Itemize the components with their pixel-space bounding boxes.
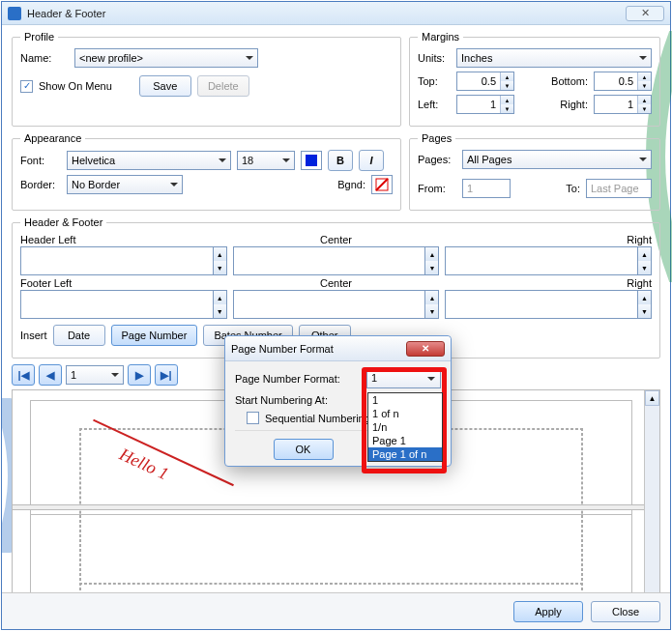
nav-next-button[interactable]: ▶ (128, 364, 151, 386)
bottom-label: Bottom: (551, 75, 588, 87)
dialog-ok-button[interactable]: OK (274, 439, 334, 460)
header-center-label: Center (233, 234, 440, 245)
profile-legend: Profile (20, 31, 58, 43)
from-label: From: (418, 183, 456, 194)
format-option[interactable]: 1/n (368, 420, 442, 434)
margins-group: Margins Units: Inches Top: ▲▼ Bottom: ▲▼… (409, 31, 660, 127)
appearance-legend: Appearance (20, 132, 85, 144)
header-right-input[interactable] (445, 246, 638, 275)
sequential-checkbox[interactable] (247, 412, 259, 424)
footer-left-label: Footer Left (20, 277, 227, 289)
header-left-input[interactable] (20, 246, 214, 275)
format-option[interactable]: 1 (368, 393, 442, 407)
to-label: To: (566, 183, 580, 194)
top-label: Top: (418, 75, 451, 87)
format-option[interactable]: Page 1 of n (368, 447, 442, 461)
italic-button[interactable]: I (359, 150, 384, 171)
profile-name-combo[interactable]: <new profile> (74, 48, 258, 68)
header-left-spin[interactable]: ▲▼ (214, 246, 227, 275)
bottom-bar: Apply Close (2, 592, 670, 629)
nav-last-button[interactable]: ▶| (155, 364, 178, 386)
border-combo[interactable]: No Border (67, 175, 183, 194)
close-button[interactable]: Close (591, 601, 660, 622)
insert-date-button[interactable]: Date (53, 325, 105, 346)
preview-scrollbar[interactable]: ▲▼ (644, 390, 659, 616)
no-fill-icon (375, 178, 389, 191)
pages-group: Pages Pages: All Pages From: To: (409, 132, 660, 211)
header-right-spin[interactable]: ▲▼ (638, 246, 652, 275)
window-title: Header & Footer (27, 8, 626, 19)
name-label: Name: (20, 52, 69, 64)
header-center-input[interactable] (233, 246, 426, 275)
left-label: Left: (418, 99, 451, 110)
color-swatch (306, 155, 317, 166)
footer-right-input[interactable] (445, 290, 638, 319)
dialog-close-button[interactable]: ✕ (406, 341, 445, 357)
format-label: Page Number Format: (235, 373, 361, 385)
pages-combo[interactable]: All Pages (462, 150, 652, 169)
save-button[interactable]: Save (139, 75, 191, 97)
titlebar: Header & Footer ✕ (2, 2, 670, 25)
insert-label: Insert (20, 330, 47, 341)
font-size-combo[interactable]: 18 (237, 151, 295, 170)
delete-button[interactable]: Delete (197, 75, 249, 97)
sequential-label: Sequential Numbering (265, 413, 370, 424)
footer-right-label: Right (445, 277, 652, 289)
right-spinner[interactable]: ▲▼ (594, 95, 652, 114)
start-label: Start Numbering At: (235, 394, 361, 406)
top-spinner[interactable]: ▲▼ (456, 72, 514, 91)
font-label: Font: (20, 155, 61, 166)
show-on-menu-checkbox[interactable] (20, 80, 33, 93)
font-combo[interactable]: Helvetica (67, 151, 231, 170)
pages-legend: Pages (418, 132, 455, 144)
appearance-group: Appearance Font: Helvetica 18 B I Border… (12, 132, 401, 211)
from-input (462, 179, 511, 198)
bold-button[interactable]: B (328, 150, 353, 171)
nav-first-button[interactable]: |◀ (12, 364, 35, 386)
margins-legend: Margins (418, 31, 463, 43)
header-center-spin[interactable]: ▲▼ (425, 246, 439, 275)
right-label: Right: (560, 99, 588, 110)
nav-page-combo[interactable]: 1 (66, 365, 124, 385)
footer-center-label: Center (233, 277, 440, 289)
bottom-spinner[interactable]: ▲▼ (594, 72, 652, 91)
format-combo[interactable]: 1 (366, 369, 441, 388)
pages-label: Pages: (418, 154, 456, 165)
footer-center-input[interactable] (233, 290, 426, 319)
units-combo[interactable]: Inches (456, 48, 652, 68)
footer-right-spin[interactable]: ▲▼ (638, 290, 652, 319)
footer-center-spin[interactable]: ▲▼ (425, 290, 439, 319)
nav-prev-button[interactable]: ◀ (39, 364, 62, 386)
dialog-titlebar: Page Number Format ✕ (225, 336, 451, 361)
to-input (586, 179, 652, 198)
dialog-title: Page Number Format (231, 343, 406, 355)
header-left-label: Header Left (20, 234, 227, 245)
bgnd-label: Bgnd: (337, 179, 365, 190)
footer-left-spin[interactable]: ▲▼ (214, 290, 227, 319)
footer-left-input[interactable] (20, 290, 214, 319)
format-option[interactable]: Page 1 (368, 434, 442, 447)
preview-text: Hello 1 (116, 445, 171, 485)
font-color-picker[interactable] (301, 151, 322, 170)
window-close-button[interactable]: ✕ (626, 6, 664, 21)
app-icon (8, 7, 21, 20)
apply-button[interactable]: Apply (513, 601, 583, 622)
left-spinner[interactable]: ▲▼ (456, 95, 514, 114)
header-right-label: Right (445, 234, 652, 245)
format-option[interactable]: 1 of n (368, 407, 442, 420)
format-dropdown[interactable]: 11 of n1/nPage 1Page 1 of n (367, 392, 443, 462)
profile-group: Profile Name: <new profile> Show On Menu… (12, 31, 401, 127)
border-label: Border: (20, 179, 61, 190)
units-label: Units: (418, 52, 451, 64)
hf-legend: Header & Footer (20, 216, 106, 228)
show-on-menu-label: Show On Menu (39, 80, 112, 92)
insert-page-number-button[interactable]: Page Number (111, 325, 198, 346)
bgnd-picker[interactable] (371, 175, 393, 194)
